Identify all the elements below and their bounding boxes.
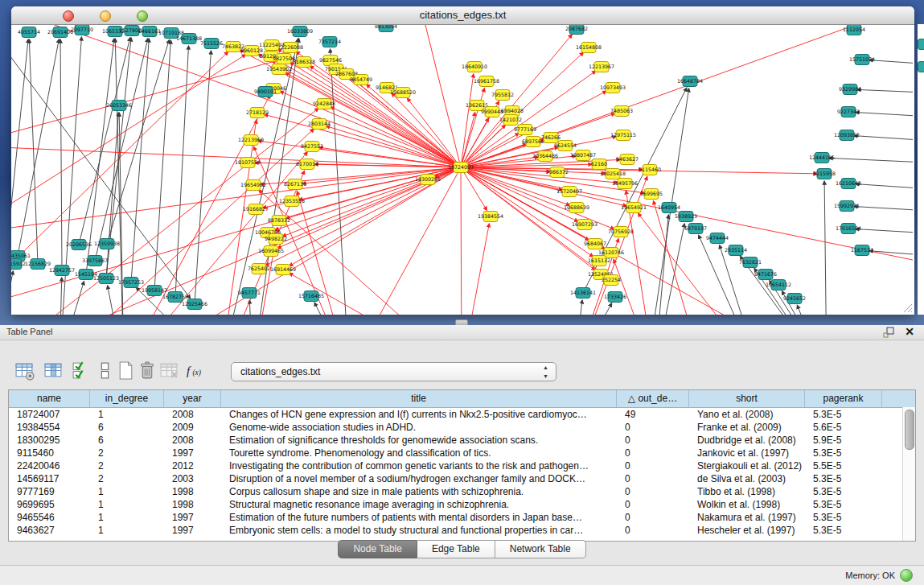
graph-node[interactable]: 2718129 bbox=[246, 108, 269, 118]
table-row[interactable]: 977716911998Corpus callosum shape and si… bbox=[9, 485, 915, 498]
graph-node[interactable]: 8427552 bbox=[301, 142, 323, 152]
graph-node[interactable]: 18495796 bbox=[612, 179, 638, 189]
graph-node[interactable]: 12093852 bbox=[834, 130, 860, 141]
table-cell[interactable]: 0 bbox=[617, 447, 689, 459]
graph-node[interactable]: 1167533 bbox=[851, 245, 873, 256]
graph-node[interactable]: 9827508 bbox=[273, 54, 295, 64]
table-cell[interactable]: 2008 bbox=[164, 434, 221, 447]
column-header-pagerank[interactable]: pagerank bbox=[805, 390, 882, 407]
table-cell[interactable]: 2003 bbox=[164, 472, 221, 485]
graph-node[interactable]: 3915912 bbox=[11, 259, 26, 270]
graph-node[interactable]: 18640910 bbox=[462, 62, 487, 72]
table-cell[interactable]: 1997 bbox=[164, 447, 221, 459]
table-cell[interactable]: 1997 bbox=[164, 511, 221, 524]
table-cell[interactable]: Yano et al. (2008) bbox=[689, 408, 805, 421]
table-cell[interactable]: 1 bbox=[90, 485, 164, 498]
table-row[interactable]: 1456911722003Disruption of a novel membe… bbox=[9, 472, 915, 485]
table-cell[interactable]: Estimation of significance thresholds fo… bbox=[221, 434, 617, 447]
graph-node[interactable]: 10025418 bbox=[600, 169, 626, 179]
graph-node[interactable]: 9115460 bbox=[639, 165, 661, 175]
table-cell[interactable]: 2009 bbox=[164, 421, 221, 434]
table-cell[interactable]: Tourette syndrome. Phenomenology and cla… bbox=[221, 447, 617, 459]
table-cell[interactable]: 1 bbox=[90, 524, 164, 537]
scrollbar-thumb[interactable] bbox=[905, 410, 914, 450]
column-header-name[interactable]: name bbox=[9, 390, 90, 407]
graph-node[interactable]: 9990448 bbox=[481, 107, 503, 117]
row-height-icon[interactable] bbox=[93, 359, 116, 381]
tab-edge-table[interactable]: Edge Table bbox=[417, 540, 495, 558]
graph-node[interactable]: 8454749 bbox=[350, 75, 372, 85]
table-cell[interactable]: Wolkin et al. (1998) bbox=[689, 498, 805, 511]
graph-node[interactable]: 19654902 bbox=[240, 180, 266, 191]
column-header-in-degree[interactable]: in_degree bbox=[90, 390, 164, 407]
table-cell[interactable]: Disruption of a novel member of a sodium… bbox=[221, 472, 617, 485]
graph-node[interactable]: 12213969 bbox=[238, 135, 264, 146]
table-cell[interactable]: Structural magnetic resonance image aver… bbox=[221, 498, 617, 511]
graph-node[interactable]: 33975887 bbox=[82, 256, 108, 266]
table-cell[interactable]: 0 bbox=[617, 434, 689, 447]
table-row[interactable]: 946554611997Estimation of the future num… bbox=[9, 511, 915, 524]
table-cell[interactable]: Genome-wide association studies in ADHD. bbox=[221, 421, 617, 434]
table-cell[interactable]: 9777169 bbox=[9, 485, 90, 498]
graph-node[interactable]: 15751074 bbox=[849, 55, 875, 65]
table-cell[interactable]: 0 bbox=[617, 459, 689, 472]
graph-node[interactable]: 16154808 bbox=[576, 43, 602, 53]
graph-node[interactable]: 252254 bbox=[602, 275, 621, 286]
graph-node[interactable]: 9498222 bbox=[265, 234, 287, 245]
network-window[interactable]: citations_edges.txt 18724007746382289601… bbox=[11, 6, 914, 315]
table-cell[interactable]: 0 bbox=[617, 524, 689, 537]
graph-node[interactable]: 2935114 bbox=[725, 245, 747, 256]
table-cell[interactable]: Embryonic stem cells: a model to study s… bbox=[221, 524, 617, 537]
graph-node[interactable]: 16914469 bbox=[270, 265, 296, 275]
graph-node[interactable]: 12925466 bbox=[182, 299, 207, 310]
graph-node[interactable]: 10973493 bbox=[600, 83, 626, 93]
graph-node[interactable]: 62160 bbox=[591, 159, 607, 170]
graph-node[interactable]: 16099465 bbox=[258, 246, 284, 257]
table-cell[interactable]: Dudbridge et al. (2008) bbox=[689, 434, 805, 447]
graph-node[interactable]: 7955812 bbox=[491, 90, 514, 101]
table-cell[interactable]: 9465546 bbox=[9, 511, 90, 524]
graph-node[interactable]: 10688639 bbox=[564, 203, 589, 213]
graph-node[interactable]: 19384554 bbox=[478, 212, 503, 222]
graph-node[interactable]: 16210643 bbox=[836, 179, 861, 189]
graph-node[interactable]: 17016504 bbox=[836, 224, 861, 234]
table-cell[interactable]: 18300295 bbox=[9, 434, 90, 447]
graph-node[interactable]: 6879197 bbox=[684, 224, 707, 234]
graph-node[interactable]: 9457771 bbox=[238, 288, 261, 299]
graph-node[interactable]: 12975115 bbox=[610, 130, 636, 141]
table-cell[interactable]: 0 bbox=[617, 498, 689, 511]
table-cell[interactable]: 0 bbox=[617, 421, 689, 434]
table-cell[interactable]: 1998 bbox=[164, 485, 221, 498]
graph-node[interactable]: 15688520 bbox=[390, 88, 416, 98]
table-row[interactable]: 1938455462009Genome-wide association stu… bbox=[9, 421, 915, 434]
graph-node[interactable]: 15720407 bbox=[556, 187, 582, 197]
graph-node[interactable]: 16033809 bbox=[287, 27, 313, 37]
table-options-icon[interactable] bbox=[13, 359, 35, 381]
graph-node[interactable]: 10654112 bbox=[766, 280, 791, 290]
graph-node[interactable]: 15992971 bbox=[834, 201, 860, 212]
table-row[interactable]: 2242004622012Investigating the contribut… bbox=[9, 459, 915, 472]
graph-node[interactable]: 18300295 bbox=[415, 175, 441, 185]
table-cell[interactable]: 6 bbox=[90, 434, 164, 447]
graph-node[interactable]: 746266 bbox=[541, 133, 561, 143]
table-cell[interactable]: 22420046 bbox=[9, 459, 90, 472]
table-cell[interactable]: 2012 bbox=[164, 459, 221, 472]
graph-node[interactable]: 5938923 bbox=[675, 212, 697, 222]
function-builder-icon[interactable]: f(x) bbox=[183, 359, 206, 381]
table-cell[interactable]: 1 bbox=[90, 408, 164, 421]
graph-node[interactable]: 12156829 bbox=[25, 259, 51, 270]
network-window-titlebar[interactable]: citations_edges.txt bbox=[11, 6, 914, 25]
table-cell[interactable]: 0 bbox=[617, 472, 689, 485]
table-cell[interactable]: 2008 bbox=[164, 408, 221, 421]
table-cell[interactable]: 2 bbox=[90, 472, 164, 485]
graph-node[interactable]: 8624554 bbox=[554, 141, 577, 151]
table-cell[interactable]: 5.5E-5 bbox=[805, 459, 882, 472]
graph-node[interactable]: 8267130 bbox=[284, 179, 306, 190]
graph-node[interactable]: 7625402 bbox=[248, 264, 270, 274]
table-cell[interactable]: 5.3E-5 bbox=[805, 511, 882, 524]
graph-node[interactable]: 9463627 bbox=[616, 154, 639, 165]
graph-node[interactable]: 1733426 bbox=[604, 292, 626, 303]
table-cell[interactable]: Hescheler et al. (1997) bbox=[689, 524, 805, 537]
graph-node[interactable]: 9227342 bbox=[837, 107, 860, 117]
graph-node[interactable]: 4055714 bbox=[18, 27, 40, 38]
